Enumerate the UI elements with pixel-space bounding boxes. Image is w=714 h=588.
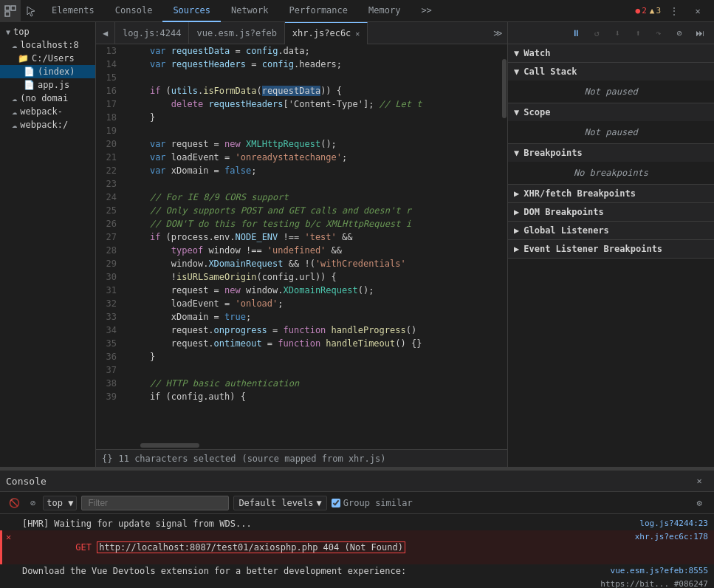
file-icon: 📄	[24, 66, 35, 77]
tab-memory[interactable]: Memory	[358, 0, 411, 22]
console-close-btn[interactable]: ✕	[690, 472, 708, 490]
scrollbar-thumb[interactable]	[502, 59, 507, 118]
event-listener-breakpoints-header[interactable]: ▶ Event Listener Breakpoints	[508, 240, 714, 258]
file-tree-item[interactable]: 📁 C:/Users	[0, 52, 95, 65]
call-stack-label: Call Stack	[524, 66, 577, 77]
error-badge[interactable]: ● 2	[636, 6, 647, 16]
code-scroll[interactable]: 13 var requestData = config.data; 14 var…	[96, 44, 501, 442]
line-code: request.onprogress = function handleProg…	[126, 324, 501, 337]
code-line: 26 // DON'T do this for testing b/c XMLH…	[96, 217, 501, 230]
svg-rect-0	[5, 6, 10, 10]
warn-badge[interactable]: ▲ 3	[650, 6, 661, 16]
pause-resume-btn[interactable]: ⏸	[568, 25, 584, 41]
file-tree-item-index[interactable]: 📄 (index)	[0, 65, 95, 78]
event-listener-breakpoints-label: Event Listener Breakpoints	[524, 244, 662, 254]
code-line: 23	[96, 177, 501, 191]
xhr-breakpoints-label: XHR/fetch Breakpoints	[524, 188, 636, 199]
context-select[interactable]: top ▼	[43, 496, 77, 510]
filter-input[interactable]	[81, 496, 229, 510]
code-line: 21 var loadEvent = 'onreadystatechange';	[96, 151, 501, 164]
call-stack-header[interactable]: ▼ Call Stack	[508, 63, 714, 81]
file-icon: 📄	[24, 80, 35, 90]
tab-elements[interactable]: Elements	[41, 0, 105, 22]
file-tree-item[interactable]: ▼ top	[0, 25, 95, 38]
step-over-btn[interactable]: ↺	[588, 25, 605, 41]
editor-tab-vue[interactable]: vue.esm.js?efeb	[189, 22, 284, 44]
console-content[interactable]: [HMR] Waiting for update signal from WDS…	[0, 514, 714, 588]
file-tree-item[interactable]: ☁ webpack:/	[0, 118, 95, 131]
error-url[interactable]: http://localhost:8087/test01/axiosphp.ph…	[97, 541, 405, 553]
tab-label: vue.esm.js?efeb	[196, 28, 276, 38]
chevron-down-icon: ▼	[68, 498, 73, 508]
code-line: 25 // Only supports POST and GET calls a…	[96, 204, 501, 217]
line-number: 36	[96, 350, 126, 363]
console-source[interactable]: vue.esm.js?efeb:8555	[611, 566, 708, 575]
tab-network[interactable]: Network	[221, 0, 279, 22]
group-similar-checkbox[interactable]	[332, 499, 340, 507]
arrow-icon: ▼	[6, 28, 10, 36]
group-similar-label[interactable]: Group similar	[332, 498, 413, 508]
horizontal-scrollbar[interactable]	[96, 442, 507, 449]
step-into-btn[interactable]: ⬇	[609, 25, 625, 41]
vertical-scrollbar[interactable]	[501, 44, 507, 442]
tab-more[interactable]: >>	[411, 0, 442, 22]
tab-close-icon[interactable]: ✕	[355, 30, 360, 38]
editor-tab-xhr[interactable]: xhr.js?ec6c ✕	[285, 22, 368, 44]
arrow-icon: ▼	[514, 107, 519, 117]
tab-console[interactable]: Console	[105, 0, 163, 22]
tab-sources[interactable]: Sources	[162, 0, 221, 22]
console-source[interactable]: xhr.js?ec6c:178	[635, 532, 708, 541]
breakpoints-section: ▼ Breakpoints No breakpoints	[508, 144, 714, 185]
line-code	[126, 71, 501, 84]
scrollbar-h-thumb[interactable]	[140, 443, 199, 448]
dom-breakpoints-section: ▶ DOM Breakpoints	[508, 203, 714, 222]
line-code: if (process.env.NODE_ENV !== 'test' &&	[126, 230, 501, 244]
line-code	[126, 124, 501, 137]
breakpoints-header[interactable]: ▼ Breakpoints	[508, 144, 714, 162]
error-count: 2	[642, 6, 647, 16]
stop-btn[interactable]: ⊘	[27, 496, 38, 510]
tab-performance[interactable]: Performance	[279, 0, 358, 22]
editor-tab-log[interactable]: log.js:4244	[115, 22, 189, 44]
svg-rect-1	[11, 6, 16, 10]
console-source[interactable]: https://bit... #086247	[600, 579, 708, 588]
step-out-btn[interactable]: ⬆	[630, 25, 646, 41]
file-tree-item[interactable]: ☁ (no domai	[0, 92, 95, 105]
settings-btn[interactable]: ⏭	[692, 25, 708, 41]
xhr-breakpoints-header[interactable]: ▶ XHR/fetch Breakpoints	[508, 185, 714, 202]
global-listeners-header[interactable]: ▶ Global Listeners	[508, 222, 714, 239]
line-number: 35	[96, 337, 126, 350]
code-line: 38 // HTTP basic authentication	[96, 377, 501, 390]
editor-tab-nav-right[interactable]: ≫	[488, 22, 507, 44]
deactivate-btn[interactable]: ⊘	[671, 25, 687, 41]
console-source[interactable]: log.js?4244:23	[639, 519, 708, 528]
file-tree-label: top	[13, 27, 30, 37]
console-settings-btn[interactable]: ⚙	[690, 494, 708, 512]
file-tree-item[interactable]: ☁ localhost:8	[0, 38, 95, 52]
line-code	[126, 363, 501, 377]
nav-back-icon[interactable]: ◀	[96, 22, 115, 44]
watch-header[interactable]: ▼ Watch	[508, 44, 714, 62]
line-code: // Only supports POST and GET calls and …	[126, 204, 501, 217]
line-code	[126, 177, 501, 191]
scope-header[interactable]: ▼ Scope	[508, 103, 714, 121]
line-number: 21	[96, 151, 126, 164]
console-title: Console	[6, 476, 47, 487]
code-line: 18 }	[96, 111, 501, 124]
more-options-icon[interactable]: ⋮	[664, 0, 684, 22]
code-line: 39 if (config.auth) {	[96, 390, 501, 403]
cursor-icon[interactable]	[21, 0, 41, 22]
dock-icon[interactable]	[0, 0, 21, 22]
dom-breakpoints-header[interactable]: ▶ DOM Breakpoints	[508, 203, 714, 221]
step-btn[interactable]: ↷	[651, 25, 667, 41]
console-toolbar: 🚫 ⊘ top ▼ Default levels ▼ Group similar…	[0, 492, 714, 514]
close-devtools-icon[interactable]: ✕	[687, 0, 708, 22]
clear-console-btn[interactable]: 🚫	[6, 496, 23, 510]
default-levels-btn[interactable]: Default levels ▼	[233, 496, 326, 510]
file-tree-item[interactable]: 📄 app.js	[0, 78, 95, 92]
code-line: 15	[96, 71, 501, 84]
scope-section: ▼ Scope Not paused	[508, 103, 714, 144]
line-code: }	[126, 350, 501, 363]
file-tree-item[interactable]: ☁ webpack-	[0, 105, 95, 118]
scrollbar-h[interactable]	[126, 443, 501, 448]
